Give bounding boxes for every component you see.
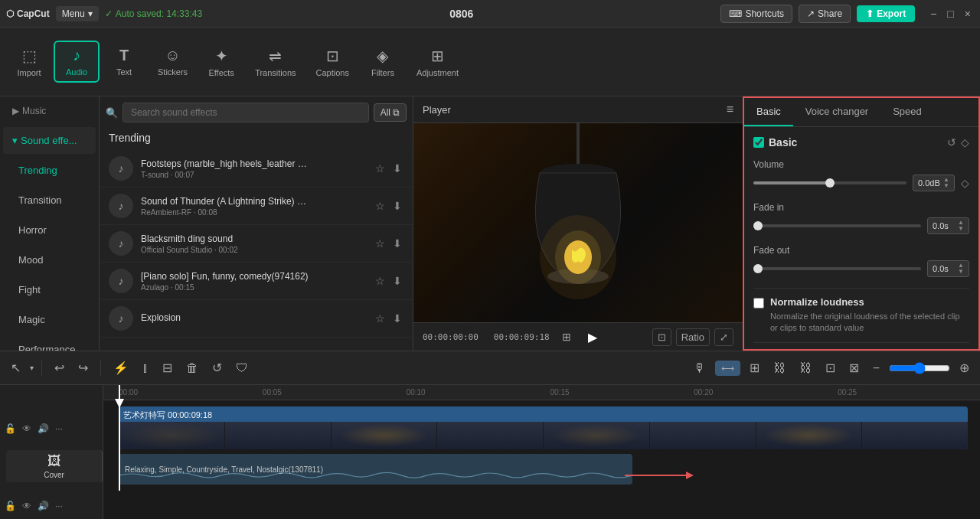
download-button[interactable]: ⬇: [391, 273, 403, 289]
sidebar-item-trending[interactable]: Trending: [3, 157, 96, 184]
sound-item[interactable]: ♪ Footsteps (marble_high heels_leather s…: [100, 150, 413, 188]
stitch-button[interactable]: ⊡: [821, 357, 840, 378]
track-volume-icon[interactable]: 🔊: [36, 422, 51, 436]
sound-item[interactable]: ♪ Sound of Thunder (A Lightning Strike) …: [100, 188, 413, 225]
track-visibility-icon[interactable]: 👁: [21, 422, 33, 436]
audio-more-icon[interactable]: ···: [54, 499, 64, 513]
share-button[interactable]: ↗ Share: [799, 5, 851, 23]
reset-button[interactable]: ↺: [947, 136, 956, 149]
download-button[interactable]: ⬇: [391, 236, 403, 251]
normalize-loudness-checkbox[interactable]: [753, 298, 764, 308]
basic-section-checkbox[interactable]: [753, 137, 764, 148]
fit-button[interactable]: ⊡: [652, 328, 671, 346]
volume-slider[interactable]: [753, 181, 906, 184]
diamond-button[interactable]: ◇: [961, 136, 969, 149]
sound-item[interactable]: ♪ Blacksmith ding sound Official Sound S…: [100, 225, 413, 263]
select-chevron[interactable]: ▾: [30, 364, 34, 372]
sidebar-item-transition[interactable]: Transition: [3, 187, 96, 214]
redo-button[interactable]: ↪: [74, 357, 93, 378]
tab-speed[interactable]: Speed: [880, 98, 934, 126]
fullscreen-button[interactable]: ⤢: [714, 328, 733, 346]
toolbar-captions[interactable]: ⊡ Captions: [307, 42, 358, 82]
select-tool-button[interactable]: ↖: [6, 357, 25, 378]
zoom-out-button[interactable]: −: [868, 358, 884, 378]
refresh-button[interactable]: ↺: [207, 357, 227, 378]
audio-volume-icon[interactable]: 🔊: [36, 499, 51, 513]
shortcuts-button[interactable]: ⌨ Shortcuts: [720, 5, 792, 23]
toolbar-transitions[interactable]: ⇌ Transitions: [246, 42, 305, 82]
fade-in-slider[interactable]: [753, 224, 921, 227]
unlink-button[interactable]: ⛓: [795, 358, 816, 378]
timeline-grid-button[interactable]: ⊞: [557, 328, 576, 346]
split-button[interactable]: ⚡: [109, 357, 133, 378]
sound-item[interactable]: ♪ Explosion ☆ ⬇: [100, 300, 413, 338]
download-button[interactable]: ⬇: [391, 311, 403, 326]
search-input[interactable]: [122, 103, 369, 122]
fade-out-decrement[interactable]: ▼: [958, 269, 964, 275]
sidebar-item-horror[interactable]: Horror: [3, 217, 96, 243]
audio-lock-icon[interactable]: 🔓: [3, 499, 18, 513]
sidebar-item-fight[interactable]: Fight: [3, 276, 96, 303]
favorite-button[interactable]: ☆: [374, 161, 387, 176]
toolbar-audio[interactable]: ♪ Audio: [54, 41, 100, 83]
ratio-button[interactable]: Ratio: [676, 328, 710, 346]
video-track[interactable]: 艺术灯特写 00:00:09:18: [119, 406, 968, 449]
sidebar-item-mood[interactable]: Mood: [3, 246, 96, 273]
all-filter-button[interactable]: All ⧉: [374, 103, 407, 122]
playhead-top: [119, 385, 120, 400]
split-vertical-button[interactable]: ⫿: [138, 358, 153, 378]
snap-button[interactable]: ⟷: [715, 361, 740, 376]
favorite-button[interactable]: ☆: [374, 236, 387, 251]
download-button[interactable]: ⬇: [391, 161, 403, 176]
play-button[interactable]: ▶: [583, 328, 602, 346]
menu-button[interactable]: Menu ▾: [56, 6, 99, 21]
shield-button[interactable]: 🛡: [231, 358, 253, 378]
toolbar-effects[interactable]: ✦ Effects: [198, 42, 244, 82]
export-button[interactable]: ⬆ Export: [857, 5, 915, 22]
link-button[interactable]: ⛓: [769, 358, 790, 378]
sidebar-item-magic[interactable]: Magic: [3, 306, 96, 333]
close-button[interactable]: ×: [962, 6, 974, 21]
toolbar-adjustment[interactable]: ⊞ Adjustment: [407, 42, 468, 82]
sound-item[interactable]: ♪ [Piano solo] Fun, funny, comedy(974162…: [100, 263, 413, 300]
tab-voice-changer[interactable]: Voice changer: [793, 98, 880, 126]
add-track-button[interactable]: ⊕: [955, 357, 974, 378]
sidebar-item-performance[interactable]: Performance: [3, 336, 96, 351]
favorite-button[interactable]: ☆: [374, 273, 387, 289]
player-menu-icon[interactable]: ≡: [727, 103, 733, 116]
zoom-slider[interactable]: [889, 362, 950, 374]
toolbar-import[interactable]: ⬚ Import: [6, 42, 52, 82]
chevron-down-icon: ▾: [88, 8, 93, 19]
sidebar-item-sound-effects[interactable]: ▾ Sound effe...: [3, 127, 96, 154]
undo-button[interactable]: ↩: [50, 357, 69, 378]
fade-out-slider[interactable]: [753, 267, 921, 270]
favorite-button[interactable]: ☆: [374, 198, 387, 214]
maximize-button[interactable]: □: [944, 6, 956, 21]
audio-visibility-icon[interactable]: 👁: [21, 499, 33, 513]
volume-keyframe-button[interactable]: ◇: [961, 177, 969, 189]
track-more-icon[interactable]: ···: [54, 422, 64, 436]
tab-basic[interactable]: Basic: [744, 98, 793, 126]
delete-button[interactable]: 🗑: [181, 358, 203, 378]
sidebar-item-music[interactable]: ▶ Music: [3, 98, 96, 124]
toolbar-stickers[interactable]: ☺ Stickers: [149, 42, 197, 81]
crop-button[interactable]: ⊠: [844, 357, 864, 378]
minimize-button[interactable]: −: [927, 6, 939, 21]
download-button[interactable]: ⬇: [391, 198, 403, 214]
track-lock-icon[interactable]: 🔓: [3, 422, 18, 436]
fade-in-decrement[interactable]: ▼: [958, 226, 964, 232]
audio-track[interactable]: Relaxing, Simple, Countryside, Travel, N…: [119, 454, 632, 485]
audio-track-label: Relaxing, Simple, Countryside, Travel, N…: [125, 465, 323, 474]
playhead[interactable]: [119, 400, 120, 491]
favorite-button[interactable]: ☆: [374, 311, 387, 326]
volume-decrement[interactable]: ▼: [943, 183, 949, 189]
split-horizontal-button[interactable]: ⊟: [158, 357, 177, 378]
track-container: 艺术灯特写 00:00:09:18: [103, 400, 980, 491]
toolbar-text[interactable]: T Text: [101, 42, 147, 81]
mic-button[interactable]: 🎙: [689, 358, 710, 378]
ripple-button[interactable]: ⊞: [745, 357, 764, 378]
sound-actions: ☆ ⬇: [374, 236, 403, 251]
total-time: 00:00:09:18: [494, 332, 550, 342]
cover-button[interactable]: 🖼 Cover: [6, 450, 103, 482]
toolbar-filters[interactable]: ◈ Filters: [360, 42, 406, 82]
